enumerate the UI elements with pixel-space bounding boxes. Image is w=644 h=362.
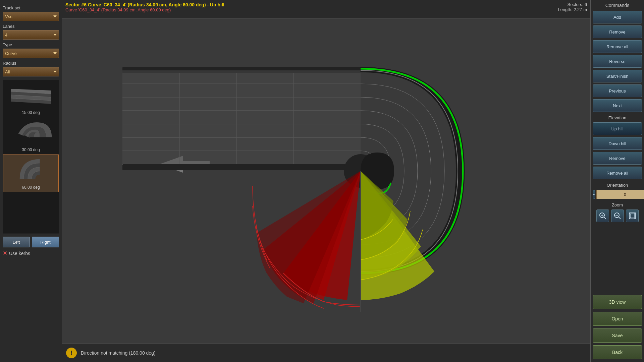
top-bar: Sector #6 Curve 'C60_34_4' (Radius 34.09… bbox=[62, 0, 590, 18]
type-dropdown[interactable]: Curve bbox=[3, 49, 59, 58]
svg-rect-29 bbox=[630, 214, 634, 218]
right-panel: Commands Add Remove Remove all Reverse S… bbox=[590, 0, 644, 362]
orientation-input[interactable] bbox=[596, 190, 644, 199]
zoom-fit-button[interactable] bbox=[626, 209, 639, 222]
radius-label: Radius bbox=[3, 61, 59, 66]
orientation-minus-button[interactable]: - bbox=[593, 190, 595, 199]
orientation-label: Orientation bbox=[593, 183, 642, 188]
piece-label: 60.00 deg bbox=[5, 185, 57, 190]
radius-arrow-icon bbox=[53, 71, 57, 73]
left-panel: Track set Vsc Lanes 4 Type Curve Radius … bbox=[0, 0, 62, 362]
zoom-row bbox=[593, 209, 642, 222]
length-display: Length: 2.27 m bbox=[558, 7, 587, 12]
right-button[interactable]: Right bbox=[32, 237, 59, 247]
use-kerbs-toggle[interactable]: ✕ Use kerbs bbox=[3, 250, 59, 256]
sector-info: Sector #6 Curve 'C60_34_4' (Radius 34.09… bbox=[65, 2, 587, 7]
up-hill-button[interactable]: Up hill bbox=[593, 122, 642, 135]
svg-line-22 bbox=[604, 217, 606, 219]
elev-remove-all-button[interactable]: Remove all bbox=[593, 167, 642, 179]
type-arrow-icon bbox=[53, 52, 57, 54]
down-hill-button[interactable]: Down hill bbox=[593, 137, 642, 150]
elevation-label: Elevation bbox=[593, 115, 642, 120]
left-button[interactable]: Left bbox=[3, 237, 30, 247]
curve-info: Curve 'C60_34_4' (Radius 34.09 cm, Angle… bbox=[65, 7, 587, 12]
save-button[interactable]: Save bbox=[593, 328, 642, 343]
zoom-label: Zoom bbox=[593, 202, 642, 207]
track-set-label: Track set bbox=[3, 5, 59, 10]
lr-buttons: Left Right bbox=[3, 237, 59, 247]
zoom-in-button[interactable] bbox=[596, 209, 609, 222]
open-button[interactable]: Open bbox=[593, 312, 642, 326]
remove-all-button[interactable]: Remove all bbox=[593, 40, 642, 53]
reverse-button[interactable]: Reverse bbox=[593, 55, 642, 68]
lanes-label: Lanes bbox=[3, 24, 59, 29]
list-item[interactable]: 30.00 deg bbox=[3, 117, 59, 155]
svg-line-26 bbox=[619, 217, 621, 219]
lanes-arrow-icon bbox=[53, 34, 57, 36]
orientation-row: - + bbox=[593, 190, 642, 199]
sectors-count: Sectors: 6 bbox=[558, 2, 587, 7]
status-bar: ! Direction not matching (180.00 deg) bbox=[62, 344, 590, 362]
track-set-dropdown[interactable]: Vsc bbox=[3, 12, 59, 21]
radius-dropdown[interactable]: All bbox=[3, 67, 59, 76]
svg-rect-18 bbox=[122, 70, 361, 164]
elev-remove-button[interactable]: Remove bbox=[593, 152, 642, 165]
track-set-arrow-icon bbox=[53, 15, 57, 17]
back-button[interactable]: Back bbox=[593, 345, 642, 359]
warning-icon: ! bbox=[66, 348, 77, 358]
commands-title: Commands bbox=[593, 3, 642, 8]
zoom-fit-icon bbox=[629, 212, 636, 220]
zoom-out-icon bbox=[614, 212, 621, 220]
lanes-dropdown[interactable]: 4 bbox=[3, 30, 59, 40]
type-label: Type bbox=[3, 42, 59, 47]
zoom-out-button[interactable] bbox=[611, 209, 624, 222]
sectors-display: Sectors: 6 Length: 2.27 m bbox=[558, 2, 587, 12]
next-button[interactable]: Next bbox=[593, 99, 642, 112]
remove-button[interactable]: Remove bbox=[593, 25, 642, 38]
start-finish-button[interactable]: Start/Finish bbox=[593, 70, 642, 82]
straight-track bbox=[122, 67, 361, 170]
piece-label: 15.00 deg bbox=[4, 110, 57, 115]
list-item[interactable]: 60.00 deg bbox=[3, 155, 59, 192]
piece-label: 30.00 deg bbox=[4, 147, 57, 152]
piece-list[interactable]: 15.00 deg 30.00 deg bbox=[3, 80, 59, 234]
use-kerbs-label: Use kerbs bbox=[9, 251, 30, 256]
previous-button[interactable]: Previous bbox=[593, 84, 642, 97]
add-button[interactable]: Add bbox=[593, 11, 642, 23]
main-canvas bbox=[62, 18, 590, 344]
svg-rect-17 bbox=[122, 164, 361, 170]
view-3d-button[interactable]: 3D view bbox=[593, 295, 642, 309]
list-item[interactable]: 15.00 deg bbox=[3, 80, 59, 117]
kerb-x-icon: ✕ bbox=[3, 250, 7, 256]
track-view[interactable] bbox=[62, 18, 590, 344]
status-text: Direction not matching (180.00 deg) bbox=[81, 350, 156, 356]
zoom-in-icon bbox=[599, 212, 606, 220]
